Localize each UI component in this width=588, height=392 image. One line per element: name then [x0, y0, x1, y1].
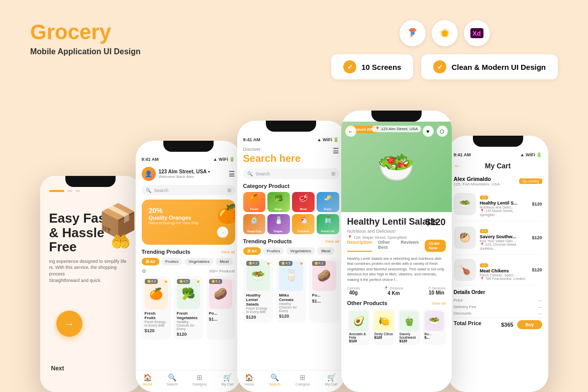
cart-item-img-2: 🥙 [454, 227, 476, 249]
product-card-salad[interactable]: 🥗 ⭐4.2 ♥ Healthy Lentel Salads Fresh Ene… [243, 258, 273, 323]
filter-icon-2[interactable]: ⊞ [227, 187, 231, 193]
back-button-4[interactable]: ← [345, 126, 356, 137]
nav-category-label-3: Category [296, 382, 310, 386]
chip-all[interactable]: ⊞ All [142, 258, 159, 265]
tab-reviews[interactable]: Reviews [401, 240, 419, 252]
chip-fruits-3[interactable]: Fruites [263, 247, 284, 255]
tab-other-best[interactable]: Other Best [378, 240, 395, 252]
banner-oranges-img: 🍊 [217, 204, 235, 225]
status-bar-3: 9:41 AM ▲ WiFi 🔋 [243, 135, 339, 147]
nav-home-2[interactable]: 🏠 Home [143, 373, 152, 389]
banner-arrow[interactable]: → [217, 227, 228, 238]
buy-button[interactable]: Buy [517, 320, 542, 329]
other-product-southwest[interactable]: 🫑 Savory Southwest $120 [398, 309, 421, 345]
cat-chicken[interactable]: 🐔 Chicken [292, 214, 315, 234]
other-product-avocado[interactable]: 🥑 Avocado & Feta $120 [347, 309, 370, 345]
rating-potato: ⭐4.1 [209, 279, 223, 284]
chip-meat[interactable]: Meat [216, 258, 233, 265]
filter-settings-icon[interactable]: ⚙ [142, 268, 146, 274]
citrus-price: $120 [374, 336, 394, 339]
cat-sugar[interactable]: 🧂 Sugar.. [267, 214, 290, 234]
other-products-title: Other Products [347, 300, 387, 306]
order-now-btn[interactable]: Order Now [425, 240, 445, 252]
cart-item-name-2: Savory Southw... [480, 234, 528, 239]
category-title-3: Category Product [243, 183, 289, 189]
filter-row: ⚙ 200+ Products [142, 268, 235, 274]
details-order: Details Order Price — Delivery Fee — Dis… [454, 289, 542, 329]
trending-section-3: Trending Products View all [243, 238, 339, 244]
cart-icon-2: 🛒 [223, 373, 232, 381]
cat-meat[interactable]: 🥩 Meat [292, 192, 315, 212]
cat-dairy-label: Dairy [324, 208, 332, 211]
details-title: Details Order [454, 289, 542, 295]
product-card-potato[interactable]: 🥔 ⭐4.1 Po... $1... [206, 276, 235, 340]
location-pin-icon: 📍 [347, 235, 352, 240]
cart-icon-3: 🛒 [327, 373, 336, 381]
view-all-2[interactable]: View all [221, 250, 235, 254]
view-all-4[interactable]: View all [432, 301, 445, 306]
product-desc-veg: Healthy Choices for Every [177, 320, 200, 331]
brand-title: Grocery [30, 20, 141, 44]
chip-veg-3[interactable]: Vegetables [286, 247, 315, 255]
cart-item-img-1: 🥗 [454, 193, 476, 215]
nav-cart-2[interactable]: 🛒 My Cart [221, 373, 234, 389]
heart-icon-4[interactable]: ♥ [423, 126, 434, 137]
nav-cart-label-3: My Cart [325, 382, 338, 386]
chip-veg[interactable]: Vegetables [184, 258, 214, 265]
other-product-citrus[interactable]: 🍋 Zesty Citrus $120 [372, 309, 396, 345]
status-bar-2: 9:41 AM ▲ WiFi 🔋 [142, 155, 235, 167]
discover-title: Search here [243, 153, 301, 164]
dairy-emoji: 🧈 [324, 194, 332, 202]
status-bar-5: 9:41 AM ▲ WiFi 🔋 [454, 150, 542, 162]
product-card-fruits[interactable]: 🍊 ⭐4.2 ♥ Fresh Fruits Fresh Energy In Ev… [142, 276, 171, 340]
nav-home-3[interactable]: 🏠 Home [245, 373, 254, 389]
order-button[interactable]: Order Now [425, 240, 445, 252]
cart-item-price-3: $120 [532, 267, 542, 272]
menu-icon[interactable]: ☰ [229, 170, 235, 178]
share-icon-4[interactable]: ⬡ [437, 126, 448, 137]
product-card-veg[interactable]: 🥦 ⭐4.5 ♥ Fresh Vegetables Healthy Choice… [174, 276, 203, 340]
product-location-text: 128, Maple Street, Springfield [354, 235, 407, 240]
nav-category-3[interactable]: ⊞ Category [296, 373, 310, 389]
nav-search-2[interactable]: 🔍 Search [167, 373, 178, 389]
search-icon-nav-3: 🔍 [270, 373, 279, 381]
brand-subtitle: Mobile Application UI Design [30, 47, 141, 56]
cart-back-arrow[interactable]: ← [454, 161, 462, 170]
heart-fruits[interactable]: ♥ [165, 279, 168, 284]
cart-item-badge-1: 4.5 [480, 195, 488, 200]
heart-veg[interactable]: ♥ [197, 279, 200, 284]
nav-search-3[interactable]: 🔍 Search [269, 373, 280, 389]
chip-meat-3[interactable]: Meat [317, 247, 334, 255]
nav-cart-3[interactable]: 🛒 My Cart [325, 373, 338, 389]
heart-milk[interactable]: ♥ [300, 261, 303, 266]
chip-all-3[interactable]: ⊞ All [243, 247, 261, 255]
next-arrow[interactable]: → [56, 311, 82, 337]
cat-fruits[interactable]: 🍊 Fruits [243, 192, 266, 212]
search-bar-2[interactable]: 🔍 Search ⊞ [142, 185, 235, 195]
nav-search-label-3: Search [269, 382, 280, 386]
chip-fruits[interactable]: Fruites [161, 258, 183, 265]
cart-item-details-2: 4.4 Savory Southw... Kick Your Salad Gam… [480, 225, 528, 250]
category-icon-3: ⊞ [300, 373, 306, 381]
tabs-row: Description Other Best Reviews Order Now [347, 240, 446, 252]
other-product-extra[interactable]: 🥗 Bu... $... [423, 309, 446, 345]
tab-description[interactable]: Description [347, 240, 372, 252]
cart-item-1: 🥗 4.5 Healthy Lentil S... Nutritious and… [454, 191, 542, 221]
cat-sugar-label: Sugar.. [274, 230, 284, 233]
nav-search-label-2: Search [167, 382, 178, 386]
filter-icon-3[interactable]: ⊞ [331, 171, 335, 176]
cat-fresh[interactable]: 🫙 Fresh Oil [317, 214, 339, 234]
nav-category-label-2: Category [192, 382, 207, 386]
product-name-extra: Po... [312, 293, 336, 298]
cat-dairy[interactable]: 🧈 Dairy [317, 192, 339, 212]
menu-icon-3[interactable]: ☰ [333, 147, 339, 155]
nav-category-2[interactable]: ⊞ Category [192, 373, 207, 389]
view-all-3[interactable]: View all [325, 239, 339, 244]
product-card-milk[interactable]: 🥛 ⭐4.5 ♥ Milks Cereals Healthy Choices f… [276, 258, 306, 323]
search-bar-3[interactable]: 🔍 Search ⊞ [243, 168, 339, 179]
heart-salad[interactable]: ♥ [267, 261, 270, 266]
product-card-extra[interactable]: 🥔 ⭐4.1 Po... $1... [309, 258, 339, 323]
product-desc-salad: Fresh Energy In Every Bite [246, 307, 270, 314]
cat-vegetables[interactable]: 🥦 Vege.. [267, 192, 290, 212]
cat-soup[interactable]: 🍵 Soup Cup [243, 214, 266, 234]
